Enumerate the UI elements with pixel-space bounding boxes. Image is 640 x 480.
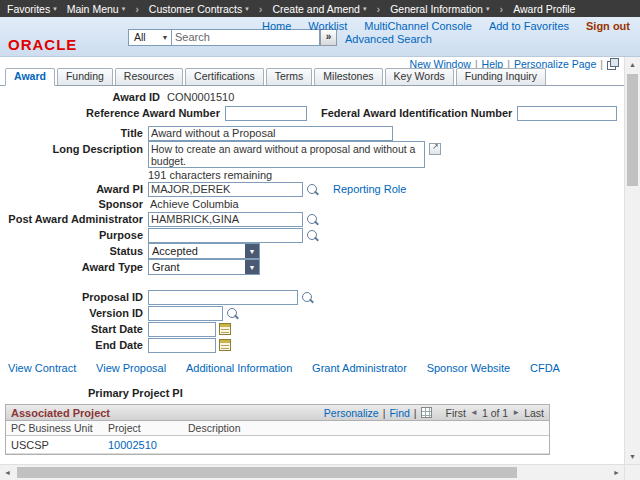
title-input[interactable]	[148, 126, 393, 141]
home-link[interactable]: Home	[262, 20, 291, 32]
copy-url-icon[interactable]	[607, 58, 618, 69]
end-date-input[interactable]	[148, 338, 216, 353]
reporting-role-link[interactable]: Reporting Role	[333, 183, 406, 195]
horizontal-scrollbar-thumb[interactable]	[17, 467, 517, 478]
reference-award-number-input[interactable]	[225, 106, 307, 121]
worklist-link[interactable]: Worklist	[308, 20, 347, 32]
federal-award-identification-number-label: Federal Award Identification Number	[321, 107, 517, 119]
award-pi-input[interactable]	[148, 182, 303, 197]
tab-resources[interactable]: Resources	[115, 68, 183, 85]
start-date-input[interactable]	[148, 322, 216, 337]
start-date-label: Start Date	[0, 323, 148, 335]
view-all-grid-icon[interactable]	[421, 407, 432, 418]
proposal-id-row: Proposal ID	[0, 289, 624, 305]
chevron-down-icon: ▾	[53, 5, 57, 13]
status-label: Status	[0, 245, 148, 257]
sponsor-row: Sponsor Achieve Columbia	[0, 197, 624, 211]
expand-editor-icon[interactable]	[429, 143, 441, 155]
tab-milestones[interactable]: Milestones	[314, 68, 382, 85]
grid-toolbar: Personalize | Find | First ◄ 1 of 1 ► La…	[324, 407, 544, 419]
advanced-search-link[interactable]: Advanced Search	[345, 33, 432, 45]
breadcrumb-separator-icon: ›	[499, 3, 503, 15]
version-id-row: Version ID	[0, 305, 624, 321]
project-link[interactable]: 10002510	[108, 439, 157, 451]
scroll-up-icon[interactable]: ▲	[625, 57, 640, 72]
status-dropdown[interactable]: Accepted▼	[148, 243, 260, 259]
view-contract-link[interactable]: View Contract	[8, 362, 76, 375]
reference-award-number-label: Reference Award Number	[0, 107, 225, 119]
associated-project-grid: Associated Project Personalize | Find | …	[5, 404, 550, 455]
menu-favorites[interactable]: Favorites▾	[7, 3, 57, 15]
breadcrumb: Favorites▾ Main Menu▾ › Customer Contrac…	[0, 0, 640, 17]
scroll-down-icon[interactable]: ▼	[625, 449, 640, 464]
award-pi-lookup-icon[interactable]	[306, 183, 319, 196]
menu-main-menu[interactable]: Main Menu▾	[67, 3, 125, 15]
post-award-administrator-lookup-icon[interactable]	[306, 213, 319, 226]
oracle-logo: ORACLE	[8, 36, 77, 53]
award-type-label: Award Type	[0, 261, 148, 273]
award-type-dropdown[interactable]: Grant▼	[148, 259, 260, 275]
menu-general-information[interactable]: General Information▾	[390, 3, 489, 15]
sponsor-website-link[interactable]: Sponsor Website	[427, 362, 511, 375]
award-pi-label: Award PI	[0, 183, 148, 195]
award-pi-row: Award PI Reporting Role	[0, 181, 624, 197]
dropdown-arrow-icon[interactable]: ▼	[245, 260, 259, 274]
calendar-icon[interactable]	[219, 323, 231, 335]
version-id-input[interactable]	[148, 306, 223, 321]
add-to-favorites-link[interactable]: Add to Favorites	[489, 20, 569, 32]
purpose-lookup-icon[interactable]	[306, 229, 319, 242]
pager-first-label: First	[446, 407, 466, 419]
next-row-icon[interactable]: ►	[512, 408, 520, 417]
tab-funding-inquiry[interactable]: Funding Inquiry	[456, 68, 546, 85]
column-description: Description	[183, 421, 549, 436]
vertical-scrollbar-thumb[interactable]	[627, 74, 638, 186]
characters-remaining-text: 191 characters remaining	[148, 169, 272, 181]
table-header-row: PC Business Unit Project Description	[6, 421, 549, 436]
multichannel-console-link[interactable]: MultiChannel Console	[364, 20, 472, 32]
breadcrumb-separator-icon: ›	[376, 3, 380, 15]
federal-award-identification-number-input[interactable]	[517, 106, 617, 121]
find-link[interactable]: Find	[389, 407, 409, 419]
tab-key-words[interactable]: Key Words	[385, 68, 454, 85]
scroll-left-icon[interactable]: ◄	[0, 465, 15, 480]
purpose-input[interactable]	[148, 228, 303, 243]
personalize-link[interactable]: Personalize	[324, 407, 379, 419]
previous-row-icon[interactable]: ◄	[470, 408, 478, 417]
column-project: Project	[103, 421, 183, 436]
tab-bar: Award Funding Resources Certifications T…	[0, 69, 624, 86]
long-description-row: Long Description How to create an award …	[0, 141, 624, 168]
cfda-link[interactable]: CFDA	[530, 362, 560, 375]
dropdown-arrow-icon[interactable]: ▼	[245, 244, 259, 258]
post-award-administrator-row: Post Award Administrator	[0, 211, 624, 227]
calendar-icon[interactable]	[219, 339, 231, 351]
scrollbar-corner	[624, 464, 640, 480]
version-id-lookup-icon[interactable]	[226, 307, 239, 320]
view-proposal-link[interactable]: View Proposal	[96, 362, 166, 375]
proposal-id-lookup-icon[interactable]	[301, 291, 314, 304]
grant-administrator-link[interactable]: Grant Administrator	[312, 362, 407, 375]
award-id-value: CON0001510	[165, 91, 234, 103]
menu-create-and-amend[interactable]: Create and Amend▾	[272, 3, 366, 15]
menu-customer-contracts[interactable]: Customer Contracts▾	[149, 3, 249, 15]
purpose-label: Purpose	[0, 229, 148, 241]
search-scope-select[interactable]: All▼	[128, 29, 172, 46]
tab-funding[interactable]: Funding	[57, 68, 113, 85]
scroll-right-icon[interactable]: ►	[609, 465, 624, 480]
table-row: USCSP 10002510	[6, 436, 549, 454]
horizontal-scrollbar[interactable]: ◄ ►	[0, 464, 624, 480]
proposal-id-input[interactable]	[148, 290, 298, 305]
tab-certifications[interactable]: Certifications	[185, 68, 264, 85]
tab-terms[interactable]: Terms	[266, 68, 313, 85]
pager-last-label: Last	[524, 407, 544, 419]
vertical-scrollbar[interactable]: ▲ ▼	[624, 57, 640, 464]
additional-information-link[interactable]: Additional Information	[186, 362, 292, 375]
application-window: Favorites▾ Main Menu▾ › Customer Contrac…	[0, 0, 640, 480]
breadcrumb-current-page: Award Profile	[513, 3, 575, 15]
long-description-textarea[interactable]: How to create an award without a proposa…	[148, 141, 425, 168]
chevron-down-icon: ▾	[245, 5, 249, 13]
related-links-row: View Contract View Proposal Additional I…	[8, 362, 560, 375]
tab-award[interactable]: Award	[5, 68, 55, 86]
sign-out-link[interactable]: Sign out	[586, 20, 630, 32]
title-label: Title	[0, 127, 148, 139]
post-award-administrator-input[interactable]	[148, 212, 303, 227]
